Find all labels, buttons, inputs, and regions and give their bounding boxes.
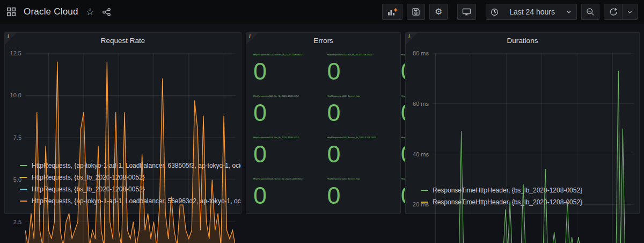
clock-icon <box>491 8 499 16</box>
y-tick-label: 2.5 <box>13 219 21 225</box>
info-icon: i <box>249 33 251 39</box>
stat-cell: HttpResponses502, lbs_lb_2020-1208-00520 <box>327 53 395 84</box>
stat-cell: HttpResponses504, Server_lb_2020-1208-00… <box>253 177 321 208</box>
gear-icon: ⚙ <box>435 8 442 16</box>
refresh-icon <box>609 8 618 16</box>
zoom-out-button[interactable] <box>581 4 599 20</box>
dashboard-grid: i Request Rate 02.55.07.510.012.5 05:000… <box>0 24 644 214</box>
add-panel-button[interactable] <box>382 4 402 20</box>
info-icon: i <box>8 33 9 39</box>
refresh-button-group <box>604 4 638 20</box>
chevron-down-icon <box>566 9 572 15</box>
y-tick-label: 7.5 <box>13 134 21 141</box>
chevron-down-icon <box>627 9 633 15</box>
y-tick-label: 60 ms <box>413 101 429 107</box>
refresh-interval-dropdown[interactable] <box>622 4 638 20</box>
plot-area[interactable] <box>25 53 236 243</box>
plot-area[interactable] <box>433 53 634 243</box>
stat-cell: HttpResponses502, lbs_lb_2020-1208-00520 <box>253 95 321 125</box>
series-line <box>433 71 634 243</box>
y-tick-label: 20 ms <box>413 201 429 208</box>
save-dashboard-button[interactable] <box>407 4 425 20</box>
share-icon[interactable] <box>102 8 111 17</box>
panel-request-rate: i Request Rate 02.55.07.510.012.5 05:000… <box>4 32 241 214</box>
panel-errors: i Errors HttpResponses502, Server_lb_202… <box>246 32 401 214</box>
panel-title[interactable]: Durations <box>406 33 639 49</box>
time-range-picker[interactable]: Last 24 hours <box>486 4 577 20</box>
stat-cell: HttpResponses502, Server_lb_2020-1208-00… <box>253 53 321 84</box>
time-range-label: Last 24 hours <box>503 8 561 16</box>
y-axis: 0 ms20 ms40 ms60 ms80 ms <box>410 53 433 243</box>
dashboard-topbar: Oracle Cloud ☆ ⚙ <box>0 0 644 24</box>
panel-durations: i Durations 0 ms20 ms40 ms60 ms80 ms 12:… <box>405 32 640 214</box>
panel-title[interactable]: Errors <box>246 33 400 49</box>
panel-info-corner[interactable]: i <box>5 33 17 45</box>
y-axis: 02.55.07.510.012.5 <box>9 53 25 243</box>
y-tick-label: 5.0 <box>13 176 21 183</box>
dashboard-settings-button[interactable]: ⚙ <box>429 4 448 20</box>
star-icon[interactable]: ☆ <box>86 7 94 17</box>
stat-cell: HttpResponses504, Server_http0 <box>327 177 395 208</box>
chart-canvas <box>433 53 634 243</box>
monitor-icon <box>462 8 471 16</box>
y-tick-label: 10.0 <box>10 92 21 98</box>
panel-title[interactable]: Request Rate <box>5 33 241 49</box>
stat-cell: HttpResponses504, Server_lb_2020-1208-00… <box>327 136 395 167</box>
durations-chart: 0 ms20 ms40 ms60 ms80 ms 12:0016:0020:00… <box>406 49 639 179</box>
stat-cell: HttpResponses504, lbs_lb_2020-1208-00520 <box>253 136 321 167</box>
y-tick-label: 12.5 <box>10 50 21 56</box>
refresh-button[interactable] <box>604 4 622 20</box>
dashboards-grid-icon[interactable] <box>6 7 16 17</box>
request-rate-chart: 02.55.07.510.012.5 05:0006:0007:0008:000… <box>5 49 241 154</box>
info-icon: i <box>408 33 410 39</box>
stat-cell: HttpResponses502, Server_http0 <box>327 95 395 125</box>
panel-info-corner[interactable]: i <box>406 33 418 45</box>
panel-info-corner[interactable]: i <box>246 33 258 45</box>
kiosk-mode-button[interactable] <box>457 4 476 20</box>
dashboard-title: Oracle Cloud <box>24 6 78 17</box>
y-tick-label: 80 ms <box>413 50 429 56</box>
zoom-out-icon <box>586 8 595 16</box>
plus-glyph <box>394 8 397 11</box>
stat-grid: HttpResponses502, Server_lb_2020-1208-00… <box>246 49 400 208</box>
y-tick-label: 40 ms <box>413 151 429 158</box>
chart-canvas <box>25 53 236 243</box>
